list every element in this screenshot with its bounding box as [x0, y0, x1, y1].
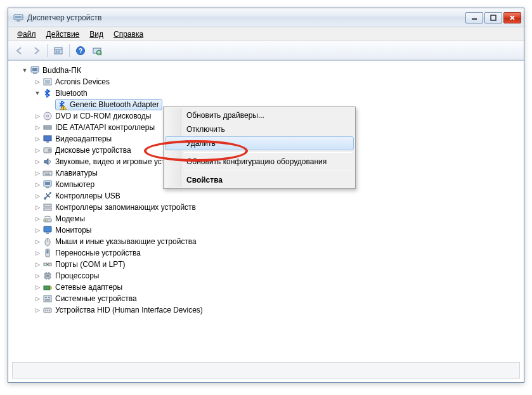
svg-rect-34	[46, 172, 48, 174]
expand-toggle-icon[interactable]: ▷	[34, 215, 41, 223]
window-title: Диспетчер устройств	[27, 13, 464, 22]
expand-toggle-icon[interactable]: ▷	[34, 226, 41, 234]
display-adapter-icon	[42, 134, 53, 144]
expand-toggle-icon[interactable]: ▼	[34, 89, 41, 97]
svg-rect-55	[47, 250, 49, 254]
scan-hardware-button[interactable]	[89, 43, 105, 58]
expand-toggle-icon[interactable]: ▼	[21, 67, 29, 74]
toolbar-separator	[69, 44, 70, 57]
tree-node-label: Дисковые устройства	[55, 145, 131, 156]
svg-rect-17	[32, 68, 37, 71]
tree-node[interactable]: ▷Контроллеры запоминающих устройств	[34, 202, 524, 213]
svg-text:!: !	[63, 106, 64, 110]
window-controls	[464, 12, 521, 23]
tree-node-label: Сетевые адаптеры	[55, 282, 122, 293]
menu-help[interactable]: Справка	[108, 29, 148, 40]
tree-node[interactable]: ▷Процессоры	[34, 270, 524, 282]
svg-line-15	[100, 54, 101, 55]
tree-node[interactable]: ▷Мыши и иные указывающие устройства	[34, 236, 524, 247]
svg-rect-36	[45, 174, 50, 176]
tree-node[interactable]: ▷Системные устройства	[34, 293, 524, 304]
expand-toggle-icon[interactable]: ▷	[34, 124, 41, 131]
svg-rect-20	[45, 80, 50, 84]
processor-icon	[42, 271, 53, 281]
expand-toggle-icon[interactable]: ▷	[34, 283, 41, 291]
svg-point-77	[47, 310, 48, 311]
mouse-icon	[42, 236, 53, 247]
tree-node-label: Bluetooth	[55, 87, 88, 99]
expand-toggle-icon[interactable]: ▷	[34, 181, 41, 188]
svg-point-76	[45, 310, 46, 311]
expand-toggle-icon[interactable]: ▷	[34, 112, 41, 120]
device-tree: ▼Buddha-ПК▷Acronis Devices▼Bluetooth!Gen…	[11, 63, 524, 316]
svg-rect-69	[44, 286, 50, 290]
tree-root-node[interactable]: ▼Buddha-ПК	[21, 65, 524, 76]
context-menu-properties[interactable]: Свойства	[165, 173, 354, 187]
expand-toggle-icon[interactable]: ▷	[34, 204, 41, 211]
expand-toggle-icon[interactable]: ▷	[34, 135, 41, 143]
svg-rect-38	[45, 182, 50, 185]
title-bar[interactable]: Диспетчер устройств	[8, 8, 524, 27]
disk-drive-icon	[42, 145, 53, 155]
close-button[interactable]	[503, 12, 521, 23]
port-icon	[42, 259, 53, 269]
tree-node-label: Клавиатуры	[55, 167, 98, 179]
svg-point-48	[45, 220, 46, 221]
tree-node[interactable]: ▷Модемы	[34, 213, 524, 224]
context-menu-disable[interactable]: Отключить	[165, 122, 354, 136]
expand-toggle-icon[interactable]: ▷	[34, 306, 41, 314]
expand-toggle-icon[interactable]: ▷	[34, 192, 41, 200]
tree-node[interactable]: ▷Устройства HID (Human Interface Devices…	[34, 304, 524, 316]
expand-toggle-icon[interactable]: ▷	[34, 249, 41, 257]
expand-toggle-icon[interactable]: ▷	[34, 158, 41, 165]
portable-device-icon	[42, 248, 53, 258]
svg-rect-45	[44, 204, 51, 207]
svg-rect-46	[44, 208, 51, 210]
context-menu-uninstall[interactable]: Удалить	[165, 136, 354, 150]
maximize-button[interactable]	[484, 12, 502, 23]
svg-line-43	[46, 193, 48, 196]
tree-node[interactable]: ▷Переносные устройства	[34, 247, 524, 259]
context-menu-separator	[184, 171, 353, 171]
expand-toggle-icon[interactable]: ▷	[34, 169, 41, 177]
minimize-button[interactable]	[465, 12, 483, 23]
help-button[interactable]: ?	[73, 43, 88, 58]
svg-rect-73	[48, 297, 50, 298]
expand-toggle-icon[interactable]: ▷	[34, 238, 41, 245]
tree-node-label: Системные устройства	[55, 293, 137, 304]
tree-node[interactable]: ▼Bluetooth	[34, 87, 524, 99]
toolbar-separator	[47, 44, 48, 57]
tree-node[interactable]: ▷Сетевые адаптеры	[34, 282, 524, 293]
nav-back-button	[12, 43, 27, 58]
show-hidden-button[interactable]	[51, 43, 66, 58]
svg-rect-18	[33, 73, 37, 74]
context-menu-scan-hardware[interactable]: Обновить конфигурацию оборудования	[165, 155, 354, 169]
expand-toggle-icon[interactable]: ▷	[34, 146, 41, 154]
expand-toggle-icon[interactable]: ▷	[34, 261, 41, 268]
expand-toggle-icon[interactable]: ▷	[34, 272, 41, 280]
context-menu-update-drivers[interactable]: Обновить драйверы...	[165, 108, 354, 122]
tree-node-label: Generic Bluetooth Adapter	[70, 99, 159, 110]
tree-node-label: Переносные устройства	[55, 247, 141, 259]
expand-toggle-icon[interactable]: ▷	[34, 78, 41, 86]
selected-node[interactable]: !Generic Bluetooth Adapter	[55, 99, 162, 110]
tree-node[interactable]: ▷Порты (COM и LPT)	[34, 259, 524, 270]
usb-controller-icon	[42, 191, 53, 201]
svg-rect-2	[16, 20, 20, 22]
menu-file[interactable]: Файл	[12, 29, 41, 40]
tree-node-label: Acronis Devices	[55, 76, 110, 87]
tree-node[interactable]: ▷Мониторы	[34, 224, 524, 236]
tree-node-label: IDE ATA/ATAPI контроллеры	[55, 122, 155, 133]
svg-point-31	[48, 149, 51, 152]
menu-view[interactable]: Вид	[84, 29, 108, 40]
system-device-icon	[42, 294, 53, 304]
nav-forward-button	[29, 43, 44, 58]
expand-toggle-icon[interactable]: ▷	[34, 295, 41, 302]
monitor-icon	[42, 225, 53, 235]
menu-action[interactable]: Действие	[41, 29, 85, 40]
tree-node[interactable]: ▷Acronis Devices	[34, 76, 524, 87]
tree-node[interactable]: ▷Контроллеры USB	[34, 190, 524, 202]
svg-rect-29	[46, 141, 49, 143]
network-adapter-icon	[42, 282, 53, 292]
sound-device-icon	[42, 157, 53, 167]
